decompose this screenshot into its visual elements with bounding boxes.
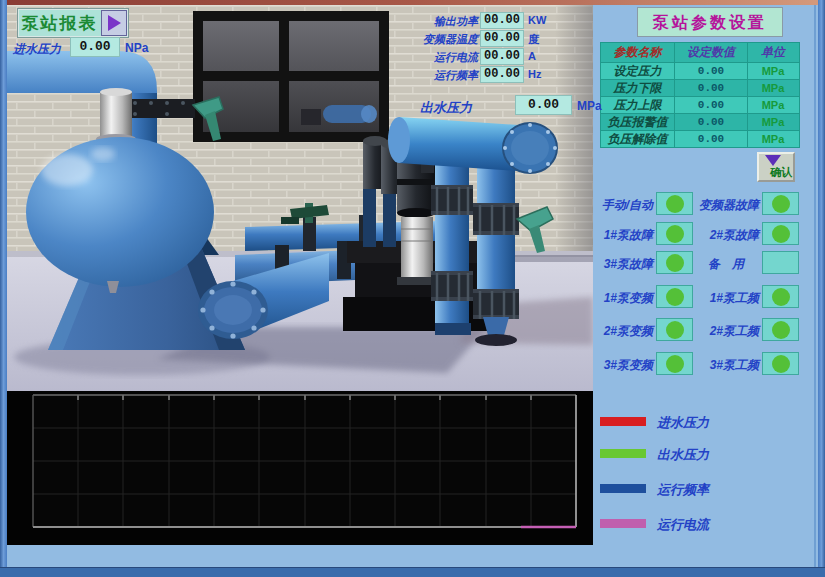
table-row: 压力下限 0.00 MPa — [601, 79, 799, 96]
status-lamp-pump1-vfd — [656, 285, 693, 308]
lamp-icon — [666, 254, 684, 272]
table-row: 负压解除值 0.00 MPa — [601, 130, 799, 147]
run-frequency-unit: Hz — [528, 68, 541, 80]
legend-swatch-inlet — [600, 417, 646, 426]
status-label-pump2-grid: 2#泵工频 — [693, 323, 759, 340]
confirm-button[interactable]: 确认 — [757, 152, 795, 182]
lamp-icon — [666, 288, 684, 306]
top-border — [0, 0, 825, 5]
inlet-pressure-label: 进水压力 — [13, 41, 61, 58]
status-label-pump1-fault: 1#泵故障 — [595, 227, 653, 244]
status-label-vfd-fault: 变频器故障 — [693, 197, 759, 214]
inlet-pressure-value: 0.00 — [70, 37, 120, 57]
status-lamp-pump1-fault — [656, 222, 693, 245]
status-label-pump3-grid: 3#泵工频 — [693, 357, 759, 374]
pump-casing-icon — [401, 217, 433, 279]
output-power-label: 输出功率 — [386, 14, 478, 29]
lamp-icon — [666, 195, 684, 213]
parameter-table: 参数名称 设定数值 单位 设定压力 0.00 MPa 压力下限 0.00 MPa… — [600, 42, 800, 148]
status-lamp-pump3-fault — [656, 251, 693, 274]
riser-coupling — [431, 185, 473, 215]
status-label-pump1-vfd: 1#泵变频 — [595, 290, 653, 307]
param-unit: MPa — [748, 131, 798, 147]
report-open-button[interactable] — [101, 10, 127, 36]
status-label-pump2-vfd: 2#泵变频 — [595, 323, 653, 340]
param-unit: MPa — [748, 63, 798, 79]
inverter-temp-value: 00.00 — [480, 30, 524, 47]
lamp-icon — [666, 225, 684, 243]
tank-vent-cylinder — [96, 88, 136, 144]
status-lamp-vfd-fault — [762, 192, 799, 215]
param-value[interactable]: 0.00 — [675, 97, 748, 113]
play-arrow-icon — [108, 15, 121, 31]
inverter-temp-label: 变频器温度 — [386, 32, 478, 47]
status-label-spare: 备 用 — [693, 256, 759, 273]
right-border — [818, 0, 825, 577]
report-button-label: 泵站报表 — [18, 12, 101, 35]
lamp-icon — [772, 195, 790, 213]
status-lamp-pump2-grid — [762, 318, 799, 341]
param-value[interactable]: 0.00 — [675, 63, 748, 79]
status-lamp-pump3-grid — [762, 352, 799, 375]
legend-label-outlet: 出水压力 — [657, 446, 709, 464]
lamp-icon — [666, 321, 684, 339]
trend-chart — [7, 391, 593, 545]
lamp-icon — [772, 288, 790, 306]
inverter-temp-unit: 度 — [528, 32, 539, 47]
wall-window — [193, 11, 389, 142]
param-value[interactable]: 0.00 — [675, 80, 748, 96]
run-frequency-label: 运行频率 — [386, 68, 478, 83]
param-unit: MPa — [748, 97, 798, 113]
settings-panel: 泵站参数设置 参数名称 设定数值 单位 设定压力 0.00 MPa 压力下限 0… — [593, 5, 818, 567]
run-current-unit: A — [528, 50, 536, 62]
param-name: 设定压力 — [601, 63, 675, 79]
riser-coupling — [473, 289, 519, 319]
legend-swatch-outlet — [600, 449, 646, 458]
bottom-border — [0, 567, 825, 577]
legend-label-current: 运行电流 — [657, 516, 709, 534]
hmi-pump-station-screen: 泵站报表 进水压力 0.00 NPa 输出功率 00.00 KW 变频器温度 0… — [0, 0, 825, 577]
output-power-unit: KW — [528, 14, 546, 26]
param-name: 负压解除值 — [601, 131, 675, 147]
legend-swatch-current — [600, 519, 646, 528]
run-current-label: 运行电流 — [386, 50, 478, 65]
legend-label-inlet: 进水压力 — [657, 414, 709, 432]
status-label-pump3-vfd: 3#泵变频 — [595, 357, 653, 374]
status-label-manual-auto: 手动/自动 — [595, 197, 653, 214]
confirm-button-label: 确认 — [770, 165, 792, 180]
lamp-icon — [772, 225, 790, 243]
table-row: 负压报警值 0.00 MPa — [601, 113, 799, 130]
col-header-unit: 单位 — [748, 43, 798, 62]
outlet-pressure-value: 0.00 — [515, 95, 572, 115]
legend-swatch-frequency — [600, 484, 646, 493]
status-label-pump1-grid: 1#泵工频 — [693, 290, 759, 307]
panel-separator — [814, 5, 816, 567]
inlet-pressure-unit: NPa — [125, 41, 148, 55]
col-header-value: 设定数值 — [675, 43, 748, 62]
param-value[interactable]: 0.00 — [675, 114, 748, 130]
status-lamp-pump2-fault — [762, 222, 799, 245]
table-row: 设定压力 0.00 MPa — [601, 62, 799, 79]
table-row: 压力上限 0.00 MPa — [601, 96, 799, 113]
param-name: 压力下限 — [601, 80, 675, 96]
param-name: 压力上限 — [601, 97, 675, 113]
param-name: 负压报警值 — [601, 114, 675, 130]
run-frequency-value: 00.00 — [480, 66, 524, 83]
status-lamp-pump2-vfd — [656, 318, 693, 341]
riser-coupling — [473, 203, 519, 235]
lamp-icon — [772, 355, 790, 373]
report-button[interactable]: 泵站报表 — [17, 8, 129, 38]
outlet-pressure-unit: MPa — [577, 99, 602, 113]
lamp-icon — [666, 355, 684, 373]
status-label-pump3-fault: 3#泵故障 — [595, 256, 653, 273]
col-header-name: 参数名称 — [601, 43, 675, 62]
legend-label-frequency: 运行频率 — [657, 481, 709, 499]
left-border — [0, 0, 7, 577]
status-lamp-spare-empty — [762, 251, 799, 274]
param-unit: MPa — [748, 114, 798, 130]
riser-coupling — [431, 271, 473, 301]
table-header-row: 参数名称 设定数值 单位 — [601, 43, 799, 62]
status-label-pump2-fault: 2#泵故障 — [693, 227, 759, 244]
param-value[interactable]: 0.00 — [675, 131, 748, 147]
settings-panel-title: 泵站参数设置 — [637, 7, 783, 37]
